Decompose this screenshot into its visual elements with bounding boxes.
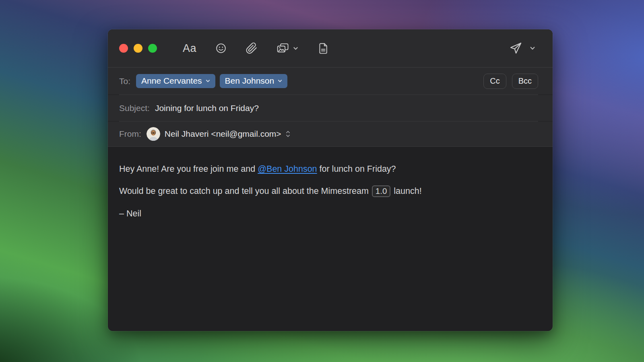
sender-avatar [147,127,160,141]
body-text: for lunch on Friday? [317,164,396,174]
mention-link[interactable]: @Ben Johnson [258,164,317,174]
close-window-button[interactable] [119,44,128,53]
emoji-button[interactable] [215,42,227,54]
to-label: To: [119,76,130,86]
version-token[interactable]: 1.0 [372,185,391,197]
chevron-down-icon [205,78,211,84]
attach-file-button[interactable] [246,42,258,54]
photo-browser-icon [276,42,289,54]
window-controls [119,44,157,53]
emoji-smiley-icon [215,42,227,54]
chevron-down-icon [293,45,299,51]
cc-bcc-buttons: Cc Bcc [483,74,538,89]
body-text: launch! [391,186,421,196]
chevron-down-icon [277,78,283,84]
template-button[interactable] [317,42,329,54]
message-body-editor[interactable]: Hey Anne! Are you free join me and @Ben … [108,147,553,301]
paper-plane-icon [509,41,522,55]
insert-photo-button[interactable] [276,42,299,54]
zoom-window-button[interactable] [148,44,157,53]
minimize-window-button[interactable] [134,44,142,53]
recipient-pill[interactable]: Ben Johnson [220,74,288,88]
send-options-button[interactable] [529,45,536,51]
from-label: From: [119,129,141,139]
format-button-label: Aa [183,42,196,55]
recipient-pills: Anne Cervantes Ben Johnson [136,74,287,88]
send-button[interactable] [509,41,522,55]
from-account-selector[interactable] [285,130,291,138]
recipient-name: Ben Johnson [225,76,275,86]
header-body-divider [108,146,553,147]
toolbar-buttons: Aa [183,42,329,55]
subject-field-row[interactable]: Subject: Joining for lunch on Friday? [108,95,553,121]
compose-toolbar: Aa [108,29,553,68]
send-button-group [509,41,536,55]
to-field-row: To: Anne Cervantes Ben Johnson Cc Bcc [108,68,553,95]
body-text: Would be great to catch up and tell you … [119,186,371,196]
subject-label: Subject: [119,103,150,113]
chevron-down-icon [529,45,536,51]
document-icon [317,42,329,54]
recipient-name: Anne Cervantes [141,76,202,86]
subject-value[interactable]: Joining for lunch on Friday? [155,103,259,113]
bcc-button[interactable]: Bcc [512,74,538,89]
paperclip-icon [246,42,258,54]
from-field-row: From: Neil Jhaveri <neil@gmail.com> [108,121,553,146]
divider [119,121,538,121]
recipient-pill[interactable]: Anne Cervantes [136,74,215,88]
chevron-up-down-icon [285,130,291,138]
body-paragraph: Hey Anne! Are you free join me and @Ben … [119,163,538,175]
compose-window: Aa [108,29,553,331]
divider [119,95,538,95]
body-signature: – Neil [119,208,538,219]
format-button[interactable]: Aa [183,42,196,55]
body-paragraph: Would be great to catch up and tell you … [119,185,538,197]
from-value: Neil Jhaveri <neil@gmail.com> [165,129,281,139]
cc-button[interactable]: Cc [483,74,506,89]
body-text: Hey Anne! Are you free join me and [119,164,258,174]
